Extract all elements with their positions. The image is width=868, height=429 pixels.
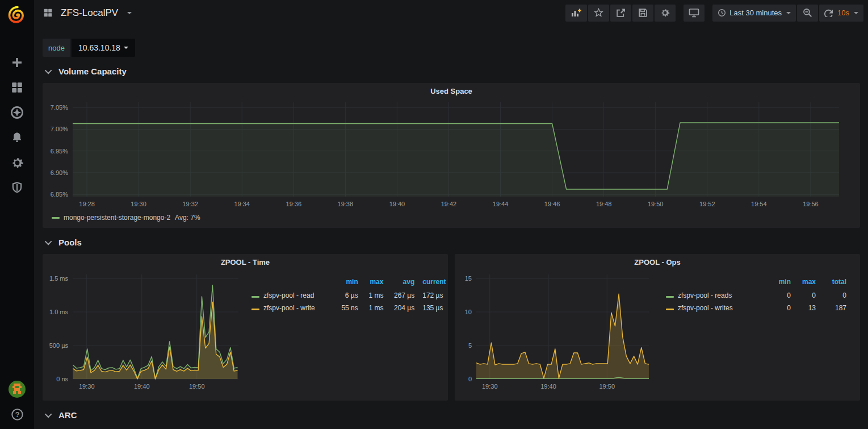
bell-icon [11, 131, 23, 144]
top-navbar: ZFS-LocalPV [34, 0, 868, 26]
zoom-out-icon [803, 8, 812, 18]
sidebar-item-create[interactable] [0, 50, 34, 75]
svg-text:19:50: 19:50 [599, 383, 615, 390]
panel-title[interactable]: ZPOOL - Ops [459, 254, 856, 270]
sidebar-item-explore[interactable] [0, 100, 34, 125]
series-name[interactable]: mongo-persistent-storage-mongo-2 [64, 214, 170, 222]
svg-text:19:34: 19:34 [234, 201, 250, 207]
zoom-out-button[interactable] [797, 5, 818, 22]
user-avatar[interactable] [0, 377, 34, 402]
refresh-button-group[interactable]: 10s [819, 5, 863, 22]
svg-text:19:42: 19:42 [441, 201, 457, 207]
used-space-legend: mongo-persistent-storage-mongo-2 Avg: 7% [47, 214, 856, 222]
variable-value: 10.63.10.18 [78, 43, 120, 52]
column-header-min[interactable]: min [330, 277, 358, 289]
series-name[interactable]: zfspv-pool - reads [678, 291, 732, 299]
svg-text:19:52: 19:52 [699, 201, 715, 207]
time-range-label: Last 30 minutes [729, 9, 782, 17]
help-icon: ? [11, 408, 24, 421]
min-value: 0 [761, 302, 791, 314]
svg-text:19:40: 19:40 [389, 201, 405, 207]
share-dashboard-button[interactable] [610, 5, 631, 22]
add-panel-icon [571, 8, 582, 18]
refresh-interval-label: 10s [837, 9, 849, 17]
section-arc[interactable]: ARC [47, 409, 868, 421]
sidebar: ? [0, 0, 34, 429]
column-header-current[interactable]: current [414, 277, 448, 289]
refresh-icon [824, 9, 833, 17]
dashboard-title-group[interactable]: ZFS-LocalPV [43, 7, 132, 19]
section-label: Volume Capacity [58, 66, 127, 76]
svg-text:5: 5 [468, 342, 472, 349]
zpool-time-legend-table: min max avg current zfspv-pool - read 6 … [251, 277, 448, 314]
sidebar-item-dashboards[interactable] [0, 75, 34, 100]
svg-text:19:46: 19:46 [544, 201, 560, 207]
svg-text:19:30: 19:30 [131, 201, 146, 207]
grafana-logo-icon [6, 4, 28, 26]
chevron-down-icon [786, 12, 791, 14]
svg-text:19:28: 19:28 [79, 201, 95, 207]
column-header-avg[interactable]: avg [383, 277, 414, 289]
time-picker-button[interactable]: Last 30 minutes [712, 5, 796, 22]
submenu: node 10.63.10.18 [34, 26, 868, 57]
chevron-down-icon [127, 12, 132, 14]
svg-text:19:44: 19:44 [493, 201, 509, 207]
current-value: 172 µs [414, 289, 448, 302]
column-header-max[interactable]: max [358, 277, 384, 289]
svg-text:19:36: 19:36 [286, 201, 302, 207]
panel-title[interactable]: Used Space [47, 83, 856, 99]
svg-text:6.85%: 6.85% [51, 191, 68, 198]
series-name[interactable]: zfspv-pool - writes [678, 304, 733, 312]
dashboards-icon [11, 81, 23, 94]
total-value: 187 [816, 302, 846, 314]
legend-row: zfspv-pool - read 6 µs 1 ms 267 µs 172 µ… [251, 289, 448, 302]
grafana-logo[interactable] [0, 0, 34, 30]
zpool-time-chart[interactable]: 19:3019:4019:500 ns500 µs1.0 ms1.5 ms [47, 270, 249, 393]
svg-text:1.0 ms: 1.0 ms [49, 309, 69, 315]
star-dashboard-button[interactable] [588, 5, 609, 22]
section-pools[interactable]: Pools [47, 236, 868, 248]
section-volume-capacity[interactable]: Volume Capacity [47, 65, 868, 77]
section-label: Pools [58, 238, 82, 247]
svg-text:19:32: 19:32 [182, 201, 198, 207]
series-swatch [666, 296, 674, 298]
max-value: 1 ms [358, 289, 384, 302]
svg-text:1.5 ms: 1.5 ms [49, 275, 69, 282]
sidebar-item-alerting[interactable] [0, 125, 34, 150]
zpool-ops-legend-table: min max total zfspv-pool - reads 0 0 0 z… [666, 277, 846, 314]
save-dashboard-button[interactable] [632, 5, 653, 22]
sidebar-item-server-admin[interactable] [0, 175, 34, 200]
panel-used-space: Used Space 19:2819:3019:3219:3419:3619:3… [43, 83, 860, 228]
add-panel-button[interactable] [565, 5, 587, 22]
variable-value-dropdown[interactable]: 10.63.10.18 [72, 39, 135, 57]
sidebar-item-configuration[interactable] [0, 150, 34, 175]
series-name[interactable]: zfspv-pool - read [263, 291, 314, 299]
panel-title[interactable]: ZPOOL - Time [47, 254, 443, 270]
clock-icon [718, 9, 726, 17]
used-space-chart[interactable]: 19:2819:3019:3219:3419:3619:3819:4019:42… [47, 99, 856, 210]
star-icon [594, 8, 603, 18]
column-header-total[interactable]: total [816, 277, 846, 289]
svg-text:10: 10 [465, 309, 472, 315]
column-header-max[interactable]: max [791, 277, 816, 289]
svg-text:?: ? [15, 411, 19, 419]
sidebar-item-help[interactable]: ? [0, 402, 34, 427]
gear-icon [11, 156, 24, 169]
svg-text:15: 15 [465, 275, 472, 282]
zpool-ops-chart[interactable]: 19:3019:4019:50051015 [459, 270, 658, 393]
monitor-icon [689, 8, 699, 18]
plus-icon [11, 56, 23, 69]
column-header-min[interactable]: min [761, 277, 791, 289]
series-swatch [251, 296, 259, 298]
cycle-view-button[interactable] [684, 5, 705, 22]
series-name[interactable]: zfspv-pool - write [263, 304, 315, 312]
dashboard-settings-button[interactable] [655, 5, 676, 22]
avg-value: 267 µs [383, 289, 414, 302]
svg-text:500 µs: 500 µs [49, 342, 69, 349]
svg-text:19:30: 19:30 [79, 383, 95, 390]
svg-text:19:56: 19:56 [803, 201, 819, 207]
chevron-down-icon [45, 238, 52, 245]
svg-text:6.95%: 6.95% [51, 148, 68, 155]
series-swatch [251, 309, 259, 310]
svg-text:19:54: 19:54 [751, 201, 767, 207]
